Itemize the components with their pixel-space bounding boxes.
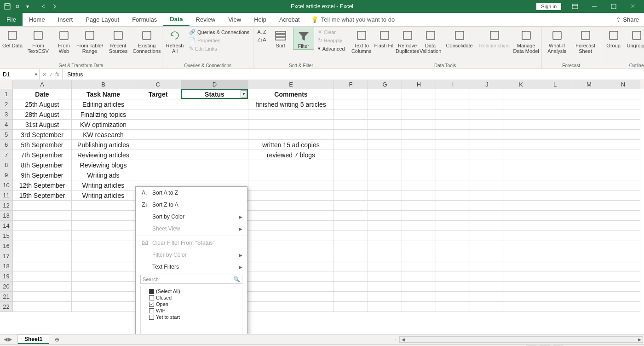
btn-what-if-analysis[interactable]: What-If Analysis: [544, 28, 570, 54]
cell-F22[interactable]: [334, 302, 368, 312]
cell-B22[interactable]: [72, 302, 135, 312]
cell-G3[interactable]: [368, 110, 402, 120]
btn-remove-duplicates[interactable]: Remove Duplicates: [397, 28, 418, 54]
row-header[interactable]: 14: [0, 221, 13, 231]
sort-button[interactable]: Sort: [270, 28, 291, 49]
cell-C5[interactable]: [135, 130, 181, 140]
cell-J3[interactable]: [470, 110, 504, 120]
row-header[interactable]: 21: [0, 292, 13, 302]
ribbon-tab-help[interactable]: Help: [247, 13, 273, 26]
cell-K11[interactable]: [504, 190, 538, 201]
fx-icon[interactable]: fx: [55, 71, 59, 78]
row-header[interactable]: 15: [0, 231, 13, 241]
cell-C1[interactable]: Target: [135, 89, 181, 99]
cell-G18[interactable]: [368, 261, 402, 271]
cell-J14[interactable]: [470, 221, 504, 231]
undo-icon[interactable]: [40, 1, 49, 12]
cell-E20[interactable]: [248, 282, 334, 292]
cell-A4[interactable]: 31st August: [13, 120, 72, 130]
cell-E17[interactable]: [248, 251, 334, 261]
cell-B18[interactable]: [72, 261, 135, 271]
cell-B6[interactable]: Publishing articles: [72, 140, 135, 150]
cell-I15[interactable]: [436, 231, 470, 241]
cell-A3[interactable]: 28th August: [13, 110, 72, 120]
cell-N10[interactable]: [606, 180, 640, 190]
cell-G20[interactable]: [368, 282, 402, 292]
cell-G9[interactable]: [368, 170, 402, 180]
column-header-J[interactable]: J: [470, 80, 504, 89]
cell-E5[interactable]: [248, 130, 334, 140]
cell-A14[interactable]: [13, 221, 72, 231]
cell-K8[interactable]: [504, 160, 538, 170]
cell-E16[interactable]: [248, 241, 334, 251]
row-header[interactable]: 7: [0, 150, 13, 160]
cell-L13[interactable]: [538, 211, 572, 221]
cell-B21[interactable]: [72, 292, 135, 302]
sort-az-menuitem[interactable]: A↓ Sort A to Z: [136, 187, 247, 199]
cell-G13[interactable]: [368, 211, 402, 221]
tell-me-search[interactable]: 💡 Tell me what you want to do: [311, 13, 395, 26]
filter-option-open[interactable]: Open: [144, 301, 239, 307]
cell-I13[interactable]: [436, 211, 470, 221]
cell-E7[interactable]: reviewed 7 blogs: [248, 150, 334, 160]
cell-J9[interactable]: [470, 170, 504, 180]
cell-F3[interactable]: [334, 110, 368, 120]
cell-J13[interactable]: [470, 211, 504, 221]
cell-M10[interactable]: [572, 180, 606, 190]
column-header-A[interactable]: A: [13, 80, 72, 89]
cell-L20[interactable]: [538, 282, 572, 292]
cell-M7[interactable]: [572, 150, 606, 160]
btn-recent-sources[interactable]: Recent Sources: [105, 28, 132, 54]
cell-N2[interactable]: [606, 99, 640, 110]
cell-B12[interactable]: [72, 201, 135, 211]
cell-I21[interactable]: [436, 292, 470, 302]
cell-E3[interactable]: [248, 110, 334, 120]
filter-button[interactable]: Filter: [293, 28, 314, 50]
cell-N7[interactable]: [606, 150, 640, 160]
cell-I1[interactable]: [436, 89, 470, 99]
cell-J1[interactable]: [470, 89, 504, 99]
cell-L9[interactable]: [538, 170, 572, 180]
cell-I16[interactable]: [436, 241, 470, 251]
btn-group[interactable]: Group: [603, 28, 624, 49]
cell-D5[interactable]: [181, 130, 248, 140]
cell-J11[interactable]: [470, 190, 504, 201]
cell-D1[interactable]: Status▼: [181, 89, 248, 99]
cell-H15[interactable]: [402, 231, 436, 241]
properties-button[interactable]: 📄Properties: [187, 37, 251, 44]
prev-sheet-icon[interactable]: ◀: [4, 336, 7, 342]
cell-I18[interactable]: [436, 261, 470, 271]
cell-I6[interactable]: [436, 140, 470, 150]
cell-B8[interactable]: Reviewing blogs: [72, 160, 135, 170]
cell-M11[interactable]: [572, 190, 606, 201]
cell-A5[interactable]: 3rd September: [13, 130, 72, 140]
text-filters-menuitem[interactable]: Text Filters ▶: [136, 261, 247, 273]
row-header[interactable]: 11: [0, 190, 13, 201]
cell-F15[interactable]: [334, 231, 368, 241]
cell-A13[interactable]: [13, 211, 72, 221]
cell-K19[interactable]: [504, 271, 538, 282]
cell-B17[interactable]: [72, 251, 135, 261]
filter-search-input[interactable]: Search 🔍: [140, 275, 242, 284]
cell-E11[interactable]: [248, 190, 334, 201]
cell-K2[interactable]: [504, 99, 538, 110]
cell-M21[interactable]: [572, 292, 606, 302]
ribbon-tab-formulas[interactable]: Formulas: [126, 13, 163, 26]
sort-za-menuitem[interactable]: Z↓ Sort Z to A: [136, 199, 247, 211]
cell-E21[interactable]: [248, 292, 334, 302]
cell-N11[interactable]: [606, 190, 640, 201]
cell-C8[interactable]: [135, 160, 181, 170]
cell-G11[interactable]: [368, 190, 402, 201]
cell-A12[interactable]: [13, 201, 72, 211]
cell-M9[interactable]: [572, 170, 606, 180]
name-box[interactable]: D1 ▼: [0, 69, 40, 80]
row-header[interactable]: 4: [0, 120, 13, 130]
cell-F11[interactable]: [334, 190, 368, 201]
cell-K5[interactable]: [504, 130, 538, 140]
cell-N6[interactable]: [606, 140, 640, 150]
cell-M3[interactable]: [572, 110, 606, 120]
cell-A9[interactable]: 9th September: [13, 170, 72, 180]
cell-A17[interactable]: [13, 251, 72, 261]
filter-dropdown-button[interactable]: ▼: [241, 90, 247, 98]
cell-K10[interactable]: [504, 180, 538, 190]
